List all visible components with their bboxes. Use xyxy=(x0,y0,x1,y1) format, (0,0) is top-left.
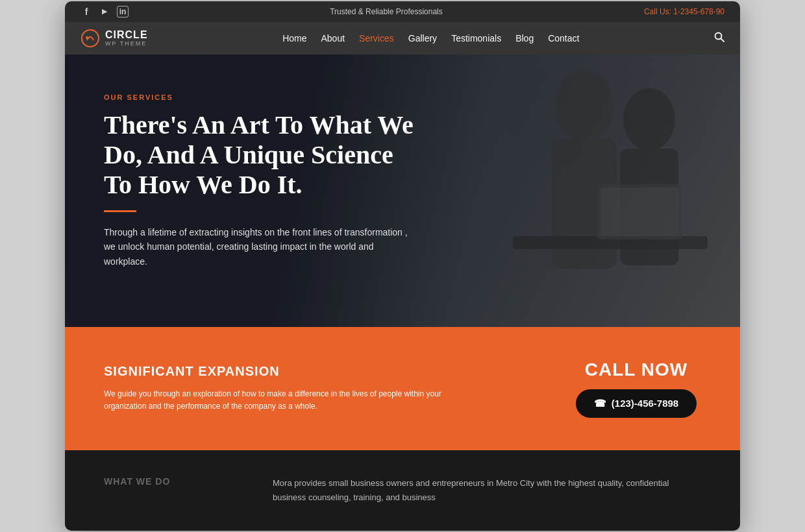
facebook-icon[interactable]: f xyxy=(80,6,92,18)
nav-home[interactable]: Home xyxy=(282,33,306,43)
logo-text: CIRCLE WP THEME xyxy=(105,29,148,47)
hero-title: There's An Art To What We Do, And A Uniq… xyxy=(104,110,415,200)
hero-divider xyxy=(104,210,136,212)
nav-testimonials[interactable]: Testimonials xyxy=(451,33,501,43)
svg-point-0 xyxy=(82,30,99,47)
call-label: Call Us: xyxy=(644,7,673,16)
orange-right-content: CALL NOW ☎ (123)-456-7898 xyxy=(571,359,701,418)
social-links[interactable]: f ▶ in xyxy=(80,6,129,18)
dark-section: WHAT WE DO Mora provides small business … xyxy=(65,450,740,531)
phone-info: Call Us: 1-2345-678-90 xyxy=(644,7,724,16)
nav-bar: CIRCLE WP THEME Home About Services Gall… xyxy=(65,22,740,54)
nav-links: Home About Services Gallery Testimonials… xyxy=(282,33,579,43)
svg-line-3 xyxy=(721,39,724,42)
nav-gallery[interactable]: Gallery xyxy=(408,33,437,43)
call-phone-number: (123)-456-7898 xyxy=(612,398,678,409)
nav-about[interactable]: About xyxy=(321,33,345,43)
phone-icon: ☎ xyxy=(594,398,606,409)
nav-services[interactable]: Services xyxy=(359,33,394,43)
hero-section: OUR SERVICES There's An Art To What We D… xyxy=(65,54,740,327)
svg-point-1 xyxy=(86,36,88,39)
nav-contact[interactable]: Contact xyxy=(548,33,579,43)
top-bar: f ▶ in Trusted & Reliable Professionals … xyxy=(65,1,740,22)
expansion-title: SIGNIFICANT EXPANSION xyxy=(104,364,441,379)
tagline: Trusted & Reliable Professionals xyxy=(330,7,443,16)
expansion-desc: We guide you through an exploration of h… xyxy=(104,388,441,413)
call-now-label: CALL NOW xyxy=(571,359,701,380)
linkedin-icon[interactable]: in xyxy=(117,6,129,18)
phone-number: 1-2345-678-90 xyxy=(673,7,724,16)
hero-content: OUR SERVICES There's An Art To What We D… xyxy=(65,54,454,295)
orange-section: SIGNIFICANT EXPANSION We guide you throu… xyxy=(65,327,740,450)
dark-left: WHAT WE DO xyxy=(104,476,234,505)
logo-name: CIRCLE xyxy=(105,29,148,41)
youtube-icon[interactable]: ▶ xyxy=(99,6,110,18)
logo-sub: WP THEME xyxy=(105,41,148,47)
logo-icon xyxy=(80,29,100,48)
orange-left-content: SIGNIFICANT EXPANSION We guide you throu… xyxy=(104,364,441,413)
dark-description: Mora provides small business owners and … xyxy=(273,476,701,505)
call-now-button[interactable]: ☎ (123)-456-7898 xyxy=(576,389,697,418)
hero-description: Through a lifetime of extracting insight… xyxy=(104,225,415,269)
logo[interactable]: CIRCLE WP THEME xyxy=(80,29,148,48)
hero-sub-title: OUR SERVICES xyxy=(104,93,415,101)
nav-blog[interactable]: Blog xyxy=(515,33,534,43)
what-we-do-label: WHAT WE DO xyxy=(104,476,234,487)
search-icon[interactable] xyxy=(714,32,724,44)
dark-right: Mora provides small business owners and … xyxy=(273,476,701,505)
